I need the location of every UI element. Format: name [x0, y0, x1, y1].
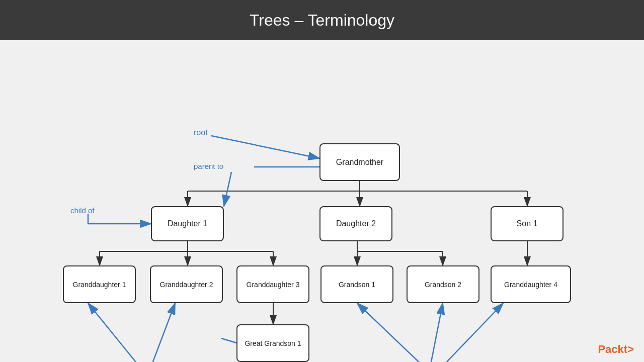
packt-logo: Packt> — [598, 343, 634, 356]
svg-line-27 — [88, 303, 140, 362]
svg-line-29 — [221, 338, 236, 343]
page-title: Trees – Terminology — [250, 11, 394, 30]
svg-line-31 — [430, 303, 443, 362]
node-daughter1: Daughter 1 — [151, 206, 224, 241]
node-granddaughter4: Granddaughter 4 — [491, 265, 571, 303]
diagram-arrows — [0, 40, 644, 362]
svg-line-30 — [357, 303, 424, 362]
node-grandson2: Grandson 2 — [407, 265, 479, 303]
header: Trees – Terminology — [0, 0, 644, 40]
node-greatgrandson1: Great Grandson 1 — [236, 324, 309, 362]
node-granddaughter3: Granddaughter 3 — [236, 265, 309, 303]
label-root: root — [194, 128, 208, 137]
node-son1: Son 1 — [491, 206, 564, 241]
node-daughter2: Daughter 2 — [319, 206, 392, 241]
node-granddaughter2: Granddaughter 2 — [150, 265, 223, 303]
node-grandmother: Grandmother — [319, 143, 400, 181]
node-granddaughter1: Granddaughter 1 — [63, 265, 136, 303]
svg-line-32 — [443, 303, 503, 362]
svg-line-23 — [211, 136, 319, 158]
svg-line-28 — [151, 303, 175, 362]
main-content: Grandmother Daughter 1 Daughter 2 Son 1 … — [0, 40, 644, 362]
node-grandson1: Grandson 1 — [320, 265, 393, 303]
svg-line-24 — [224, 172, 231, 206]
label-parent-to: parent to — [194, 162, 223, 170]
label-child-of: child of — [70, 206, 95, 215]
